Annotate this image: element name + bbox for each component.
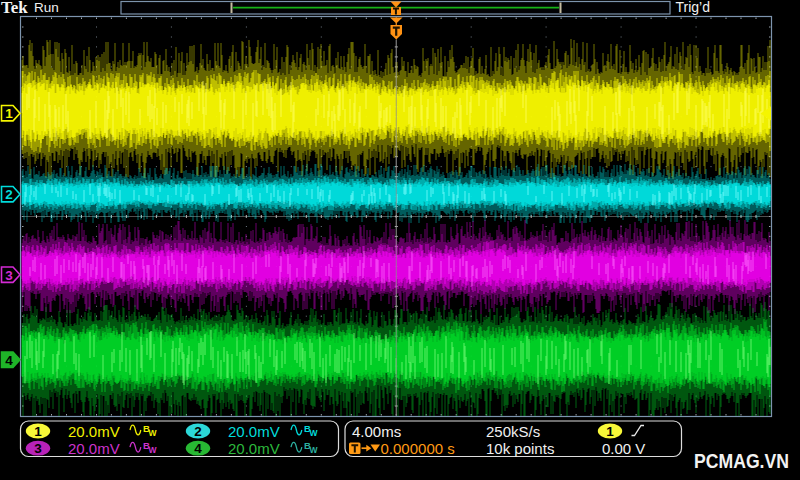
svg-text:1: 1 — [606, 424, 614, 439]
svg-text:4.00ms: 4.00ms — [352, 423, 401, 440]
svg-text:2: 2 — [194, 424, 202, 439]
svg-text:Tek: Tek — [1, 0, 28, 17]
svg-text:PCMAG.VN: PCMAG.VN — [694, 450, 789, 472]
svg-text:W: W — [149, 445, 158, 455]
svg-text:4: 4 — [194, 441, 202, 456]
svg-text:20.0mV: 20.0mV — [228, 440, 280, 457]
svg-text:0.000000 s: 0.000000 s — [381, 440, 455, 457]
svg-text:3: 3 — [34, 441, 42, 456]
svg-text:20.0mV: 20.0mV — [68, 423, 120, 440]
svg-text:20.0mV: 20.0mV — [68, 440, 120, 457]
svg-text:Run: Run — [34, 0, 59, 15]
svg-text:W: W — [310, 428, 319, 438]
svg-text:W: W — [149, 428, 158, 438]
svg-text:2: 2 — [5, 187, 13, 202]
svg-text:10k points: 10k points — [486, 440, 554, 457]
svg-text:20.0mV: 20.0mV — [228, 423, 280, 440]
svg-text:1: 1 — [34, 424, 42, 439]
svg-text:0.00 V: 0.00 V — [602, 440, 645, 457]
svg-text:250kS/s: 250kS/s — [486, 423, 540, 440]
svg-text:4: 4 — [5, 353, 13, 368]
svg-text:Trig’d: Trig’d — [676, 0, 711, 15]
svg-text:3: 3 — [5, 268, 13, 283]
svg-text:1: 1 — [5, 106, 13, 121]
svg-text:W: W — [310, 445, 319, 455]
